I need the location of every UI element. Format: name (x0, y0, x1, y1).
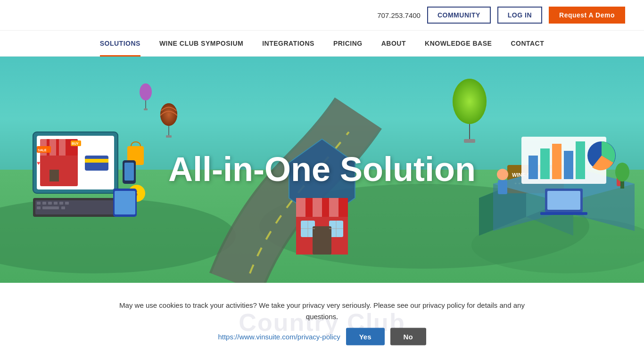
cookie-message: May we use cookies to track your activit… (110, 300, 534, 322)
svg-rect-53 (329, 198, 339, 217)
svg-rect-51 (296, 198, 305, 217)
cookie-no-button[interactable]: No (390, 328, 426, 346)
svg-point-7 (160, 103, 177, 126)
svg-rect-82 (540, 212, 587, 215)
nav-item-knowledge-base[interactable]: KNOWLEDGE BASE (425, 31, 492, 56)
top-bar: 707.253.7400 COMMUNITY LOG IN Request A … (0, 0, 644, 31)
svg-rect-39 (65, 202, 69, 205)
svg-rect-5 (144, 108, 148, 110)
svg-rect-52 (313, 198, 322, 217)
top-bar-right: 707.253.7400 COMMUNITY LOG IN Request A … (377, 7, 625, 24)
demo-button[interactable]: Request A Demo (549, 7, 625, 24)
svg-rect-37 (54, 202, 58, 205)
cookie-banner: May we use cookies to track your activit… (110, 300, 534, 346)
nav-item-integrations[interactable]: INTEGRATIONS (262, 31, 314, 56)
svg-text:BUY: BUY (72, 142, 79, 145)
svg-rect-73 (564, 151, 573, 179)
svg-point-84 (615, 163, 629, 181)
svg-rect-42 (61, 206, 65, 209)
svg-rect-81 (547, 191, 580, 210)
cookie-yes-button[interactable]: Yes (346, 328, 385, 346)
svg-rect-70 (528, 156, 538, 179)
monitor-illustration: SALE BUY ♥ $ (24, 118, 156, 259)
login-button[interactable]: LOG IN (497, 7, 542, 24)
cookie-url[interactable]: https://www.vinsuite.com/privacy-policy (218, 333, 340, 341)
svg-point-11 (453, 79, 487, 124)
purple-balloon (139, 82, 152, 111)
svg-rect-41 (42, 206, 59, 209)
green-balloon (451, 75, 488, 146)
nav-item-solutions[interactable]: SOLUTIONS (100, 31, 140, 56)
svg-text:♥: ♥ (37, 160, 40, 166)
svg-rect-44 (124, 163, 134, 181)
svg-rect-13 (464, 139, 475, 143)
svg-rect-46 (115, 191, 135, 214)
hero-title: All-in-One Solution (168, 151, 476, 188)
below-hero-section: Country Club May we use cookies to track… (0, 283, 644, 362)
nav-item-about[interactable]: ABOUT (381, 31, 406, 56)
svg-rect-9 (166, 135, 172, 138)
svg-point-76 (497, 169, 508, 180)
svg-rect-21 (50, 170, 59, 181)
analytics-illustration (493, 127, 635, 259)
svg-rect-74 (576, 141, 585, 179)
nav-item-pricing[interactable]: PRICING (333, 31, 363, 56)
svg-rect-38 (59, 202, 63, 205)
svg-rect-20 (59, 139, 66, 156)
nav-item-wine-club-symposium[interactable]: WINE CLUB SYMPOSIUM (159, 31, 243, 56)
cookie-actions: https://www.vinsuite.com/privacy-policy … (110, 328, 534, 346)
svg-rect-77 (498, 180, 507, 194)
svg-rect-28 (85, 159, 108, 163)
svg-rect-34 (37, 202, 41, 205)
nav-item-contact[interactable]: CONTACT (511, 31, 544, 56)
svg-rect-71 (540, 148, 550, 179)
nav-bar: SOLUTIONS WINE CLUB SYMPOSIUM INTEGRATIO… (0, 31, 644, 57)
brown-balloon (159, 101, 178, 139)
phone-number[interactable]: 707.253.7400 (377, 11, 421, 19)
svg-point-3 (140, 83, 152, 100)
hero-section: SALE BUY ♥ $ All-in-One Solut (0, 57, 644, 283)
svg-text:SALE: SALE (38, 148, 47, 152)
svg-rect-40 (37, 206, 41, 209)
svg-rect-35 (42, 202, 46, 205)
community-button[interactable]: COMMUNITY (427, 7, 491, 24)
svg-rect-36 (48, 202, 52, 205)
svg-rect-56 (313, 226, 331, 255)
svg-rect-72 (552, 144, 561, 179)
svg-rect-27 (85, 156, 108, 171)
